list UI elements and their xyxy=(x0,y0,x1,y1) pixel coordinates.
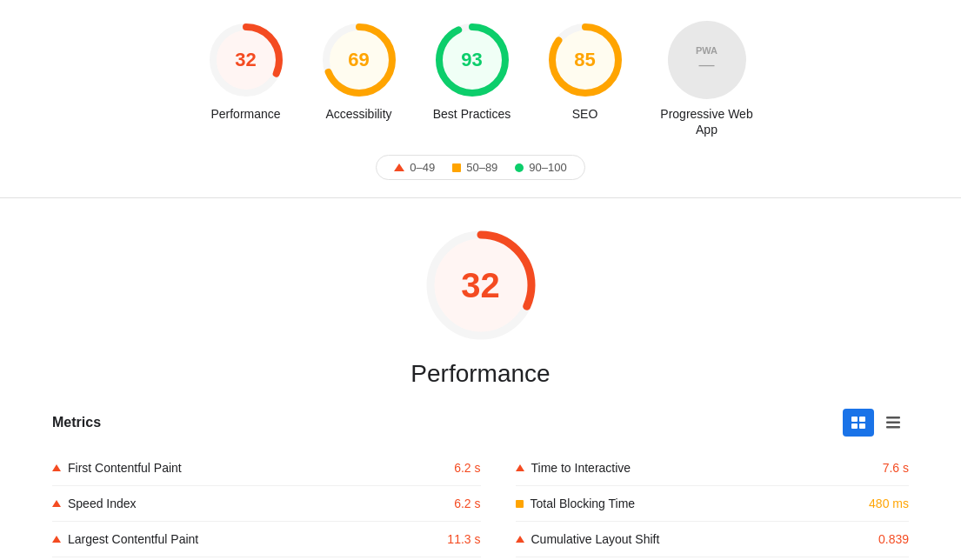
metric-row-fcp: First Contentful Paint 6.2 s xyxy=(52,450,481,486)
metric-row-lcp: Largest Contentful Paint 11.3 s xyxy=(52,522,481,557)
metric-name-tti: Time to Interactive xyxy=(531,461,876,475)
pwa-label: PWA xyxy=(696,46,717,56)
gauge-accessibility: 69 xyxy=(320,21,398,99)
triangle-icon-cls xyxy=(516,536,524,543)
metric-value-fcp: 6.2 s xyxy=(454,461,480,475)
metric-value-tti: 7.6 s xyxy=(883,461,909,475)
metric-row-cls: Cumulative Layout Shift 0.839 xyxy=(516,522,910,557)
metrics-header: Metrics xyxy=(52,409,909,437)
svg-rect-12 xyxy=(851,423,858,429)
triangle-icon-fcp xyxy=(52,464,61,471)
legend-range-mid: 50–89 xyxy=(466,161,497,174)
score-seo[interactable]: 85 SEO xyxy=(546,21,624,122)
score-best-practices[interactable]: 93 Best Practices xyxy=(433,21,511,122)
legend-item-high: 90–100 xyxy=(515,161,566,174)
triangle-icon-lcp xyxy=(52,536,61,543)
dot-icon xyxy=(515,163,524,172)
bottom-section: 32 Performance Metrics xyxy=(0,198,961,560)
score-label-seo: SEO xyxy=(572,106,598,122)
metric-value-lcp: 11.3 s xyxy=(447,532,480,546)
legend-range-low: 0–49 xyxy=(410,161,435,174)
score-label-pwa: Progressive Web App xyxy=(659,106,755,137)
metric-name-tbt: Total Blocking Time xyxy=(531,497,863,510)
svg-rect-15 xyxy=(886,422,900,424)
legend-range-high: 90–100 xyxy=(529,161,566,174)
metric-row-tti: Time to Interactive 7.6 s xyxy=(516,450,910,486)
legend-item-low: 0–49 xyxy=(394,161,435,174)
toggle-list-button[interactable] xyxy=(878,409,909,437)
score-label-performance: Performance xyxy=(210,106,280,122)
grid-icon xyxy=(851,417,865,429)
metric-row-tbt: Total Blocking Time 480 ms xyxy=(516,486,910,522)
gauge-seo: 85 xyxy=(546,21,624,99)
square-icon xyxy=(452,163,461,172)
metrics-grid: First Contentful Paint 6.2 s Speed Index… xyxy=(52,450,909,557)
metric-value-tbt: 480 ms xyxy=(869,497,909,510)
legend-row: 0–49 50–89 90–100 xyxy=(35,155,926,180)
view-toggle xyxy=(843,409,909,437)
gauge-best-practices: 93 xyxy=(433,21,511,99)
metrics-label: Metrics xyxy=(52,415,101,430)
score-label-best-practices: Best Practices xyxy=(433,106,511,122)
legend-item-mid: 50–89 xyxy=(452,161,497,174)
score-label-accessibility: Accessibility xyxy=(325,106,391,122)
list-icon xyxy=(886,417,900,429)
score-value-seo: 85 xyxy=(574,49,595,71)
metric-row-si: Speed Index 6.2 s xyxy=(52,486,481,522)
triangle-icon xyxy=(394,163,404,171)
svg-rect-16 xyxy=(886,426,900,429)
gauge-performance: 32 xyxy=(207,21,285,99)
metric-value-si: 6.2 s xyxy=(454,497,480,510)
svg-rect-11 xyxy=(859,417,865,422)
score-value-performance: 32 xyxy=(235,49,256,71)
large-gauge-number: 32 xyxy=(461,266,500,305)
metrics-left-col: First Contentful Paint 6.2 s Speed Index… xyxy=(52,450,481,557)
score-value-accessibility: 69 xyxy=(348,49,369,71)
score-performance[interactable]: 32 Performance xyxy=(207,21,285,122)
legend-pill: 0–49 50–89 90–100 xyxy=(376,155,584,180)
large-gauge-wrapper: 32 xyxy=(52,224,909,346)
score-value-best-practices: 93 xyxy=(461,49,482,71)
performance-title: Performance xyxy=(52,360,909,388)
metric-name-lcp: Largest Contentful Paint xyxy=(68,532,440,546)
svg-rect-13 xyxy=(859,423,865,429)
score-pwa[interactable]: PWA — Progressive Web App xyxy=(659,21,755,137)
scores-row: 32 Performance 69 Accessibility xyxy=(35,21,926,137)
pwa-circle: PWA — xyxy=(668,21,746,99)
metrics-right-col: Time to Interactive 7.6 s Total Blocking… xyxy=(481,450,910,557)
metric-name-fcp: First Contentful Paint xyxy=(68,461,447,475)
large-gauge: 32 xyxy=(420,224,542,346)
toggle-grid-button[interactable] xyxy=(843,409,874,437)
triangle-icon-tti xyxy=(516,464,524,471)
svg-rect-14 xyxy=(886,417,900,419)
metric-name-si: Speed Index xyxy=(68,497,447,510)
score-accessibility[interactable]: 69 Accessibility xyxy=(320,21,398,122)
pwa-dash: — xyxy=(699,56,715,74)
top-section: 32 Performance 69 Accessibility xyxy=(0,0,961,198)
svg-rect-10 xyxy=(851,417,858,422)
metric-value-cls: 0.839 xyxy=(878,532,909,546)
triangle-icon-si xyxy=(52,500,61,507)
square-icon-tbt xyxy=(516,500,524,508)
metric-name-cls: Cumulative Layout Shift xyxy=(531,532,871,546)
